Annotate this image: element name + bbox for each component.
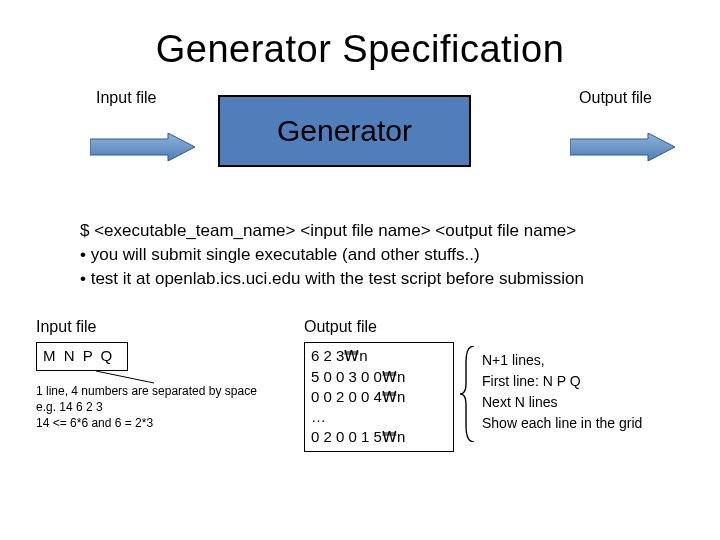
out-l3: 0 0 2 0 0 4₩n — [311, 387, 447, 407]
output-desc-1: N+1 lines, — [482, 350, 662, 371]
output-desc-4: Show each line in the grid — [482, 413, 662, 434]
generator-box-label: Generator — [277, 114, 412, 148]
svg-marker-0 — [90, 133, 195, 161]
arrow-left-icon — [90, 133, 195, 161]
output-file-box: 6 2 3₩n 5 0 0 3 0 0₩n 0 0 2 0 0 4₩n … 0 … — [304, 342, 454, 451]
output-desc-2: First line: N P Q — [482, 371, 662, 392]
output-desc-3: Next N lines — [482, 392, 662, 413]
input-file-heading: Input file — [36, 318, 276, 336]
brace-icon — [460, 346, 480, 442]
note-line-3: • test it at openlab.ics.uci.edu with th… — [80, 267, 720, 291]
flow-diagram: Input file Output file Generator — [0, 89, 720, 199]
input-file-box: M N P Q — [36, 342, 128, 370]
generator-box: Generator — [218, 95, 471, 167]
note-line-1: $ <executable_team_name> <input file nam… — [80, 219, 720, 243]
lower-columns: Input file M N P Q 1 line, 4 numbers are… — [0, 318, 720, 451]
output-file-label: Output file — [579, 89, 652, 107]
output-desc: N+1 lines, First line: N P Q Next N line… — [482, 350, 662, 434]
out-l5: 0 2 0 0 1 5₩n — [311, 427, 447, 447]
input-desc-2: e.g. 14 6 2 3 — [36, 399, 276, 415]
input-desc-3: 14 <= 6*6 and 6 = 2*3 — [36, 415, 276, 431]
slide-title: Generator Specification — [0, 0, 720, 71]
output-file-column: Output file 6 2 3₩n 5 0 0 3 0 0₩n 0 0 2 … — [304, 318, 454, 451]
input-file-label: Input file — [96, 89, 156, 107]
out-l4: … — [311, 407, 447, 427]
output-file-heading: Output file — [304, 318, 454, 336]
out-l1: 6 2 3₩n — [311, 346, 447, 366]
usage-notes: $ <executable_team_name> <input file nam… — [80, 219, 720, 290]
input-desc-1: 1 line, 4 numbers are separated by space — [36, 383, 276, 399]
arrow-right-icon — [570, 133, 675, 161]
output-desc-column: N+1 lines, First line: N P Q Next N line… — [482, 318, 662, 451]
svg-marker-1 — [570, 133, 675, 161]
svg-line-2 — [96, 371, 154, 383]
input-desc: 1 line, 4 numbers are separated by space… — [36, 383, 276, 432]
note-line-2: • you will submit single executable (and… — [80, 243, 720, 267]
input-file-column: Input file M N P Q 1 line, 4 numbers are… — [36, 318, 276, 451]
out-l2: 5 0 0 3 0 0₩n — [311, 367, 447, 387]
